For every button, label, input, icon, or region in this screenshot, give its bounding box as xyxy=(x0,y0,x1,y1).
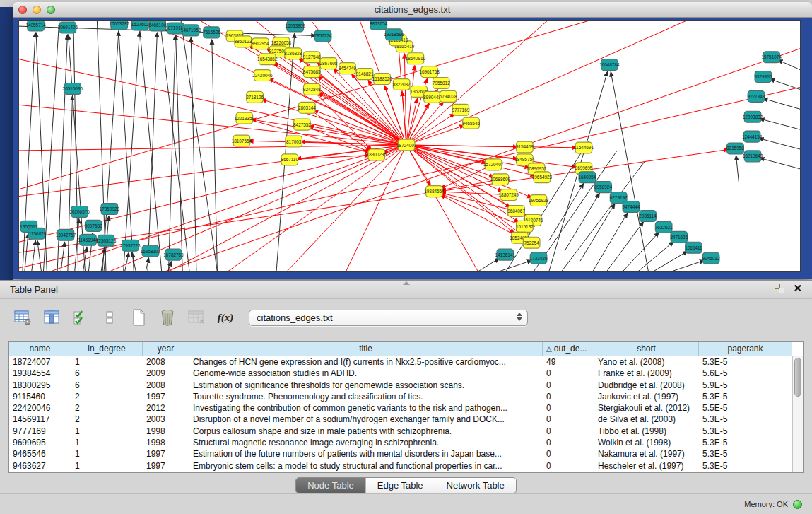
graph-node[interactable]: 1615132 xyxy=(516,221,534,232)
graph-node[interactable]: 8860123 xyxy=(234,36,252,47)
table-row[interactable]: 1872400712008Changes of HCN gene express… xyxy=(9,356,792,368)
table-row[interactable]: 1456911722003Disruption of a novel membe… xyxy=(9,414,792,425)
graph-node[interactable]: 17359928 xyxy=(100,204,120,215)
graph-edge[interactable] xyxy=(32,240,36,271)
graph-edge[interactable] xyxy=(549,183,584,240)
graph-node[interactable]: 14136141 xyxy=(495,249,516,260)
graph-edge[interactable] xyxy=(478,258,499,271)
graph-node[interactable]: 8667110 xyxy=(281,154,299,165)
graph-node[interactable]: 7515526 xyxy=(203,27,220,38)
graph-node[interactable]: 15188520 xyxy=(372,74,392,85)
graph-edge[interactable] xyxy=(180,21,217,271)
graph-edge[interactable] xyxy=(97,21,106,271)
column-header-in_degree[interactable]: in_degree xyxy=(71,342,143,356)
graph-node[interactable]: 13942757 xyxy=(56,229,76,240)
graph-node[interactable]: 6466100 xyxy=(148,21,166,31)
table-row[interactable]: 946362711997Embryonic stem cells: a mode… xyxy=(9,460,792,472)
graph-node[interactable]: 9154469 xyxy=(516,141,534,153)
graph-edge[interactable] xyxy=(770,79,800,90)
graph-edge[interactable] xyxy=(593,213,628,271)
graph-node[interactable]: 9227343 xyxy=(748,90,765,102)
graph-edge[interactable] xyxy=(406,145,514,233)
window-titlebar[interactable]: citations_edges.txt xyxy=(13,2,812,18)
function-builder-icon[interactable]: f(x) xyxy=(216,308,235,327)
graph-node[interactable]: 10688609 xyxy=(490,174,511,185)
graph-node[interactable]: 16033809 xyxy=(285,21,305,32)
graph-node[interactable]: 1527602 xyxy=(131,21,149,30)
graph-node[interactable]: 9097588 xyxy=(85,220,102,231)
float-panel-icon[interactable] xyxy=(775,284,784,293)
graph-node[interactable]: 16958107 xyxy=(141,245,161,257)
graph-node[interactable]: 8454749 xyxy=(339,63,356,74)
new-table-icon[interactable] xyxy=(129,308,148,327)
network-svg[interactable]: 1872400779638228860123891295418226058912… xyxy=(19,21,800,271)
graph-node[interactable]: 8813054 xyxy=(370,21,387,30)
graph-node[interactable]: 752254 xyxy=(523,237,540,248)
graph-node[interactable]: 17957223 xyxy=(120,240,141,251)
graph-edge[interactable] xyxy=(580,204,615,261)
graph-node[interactable]: 20691406 xyxy=(58,22,78,33)
graph-node[interactable]: 8822037 xyxy=(393,79,411,90)
graph-node[interactable]: 12093832 xyxy=(743,111,763,122)
graph-node[interactable]: 9465546 xyxy=(462,117,480,129)
splitter-handle-icon[interactable] xyxy=(403,281,410,285)
graph-node[interactable]: 7857224 xyxy=(314,30,332,42)
graph-node[interactable]: 16961758 xyxy=(419,66,440,78)
zoom-button[interactable] xyxy=(47,6,55,14)
graph-node[interactable]: 6794028 xyxy=(440,90,457,102)
graph-node[interactable]: 9127548 xyxy=(303,52,321,63)
graph-edge[interactable] xyxy=(759,139,800,149)
graph-edge[interactable] xyxy=(763,98,800,109)
graph-node[interactable]: 9777169 xyxy=(452,104,469,115)
graph-node[interactable]: 18640910 xyxy=(406,53,426,64)
graph-node[interactable]: 9242848 xyxy=(303,83,321,95)
table-scrollbar[interactable] xyxy=(792,356,803,472)
graph-edge[interactable] xyxy=(499,260,532,271)
table-row[interactable]: 946554611997Estimation of the future num… xyxy=(9,448,792,460)
minimize-button[interactable] xyxy=(33,6,41,14)
graph-node[interactable]: 16648784 xyxy=(599,59,620,71)
graph-node[interactable]: 18724007 xyxy=(396,139,417,151)
graph-node[interactable]: 9684067 xyxy=(507,206,525,217)
graph-node[interactable]: 2803144 xyxy=(298,102,316,113)
graph-node[interactable]: 11544691 xyxy=(574,142,594,153)
tab-node-table[interactable]: Node Table xyxy=(296,478,366,493)
graph-node[interactable]: 12213359 xyxy=(235,112,255,124)
graph-node[interactable]: 9245012 xyxy=(702,252,720,264)
graph-node[interactable]: 1733426 xyxy=(530,252,548,264)
graph-node[interactable]: 22420046 xyxy=(252,70,273,81)
tab-edge-table[interactable]: Edge Table xyxy=(366,478,435,493)
graph-node[interactable]: 8427552 xyxy=(293,119,311,130)
show-columns-icon[interactable] xyxy=(42,308,61,327)
graph-edge[interactable] xyxy=(276,33,295,271)
graph-edge[interactable] xyxy=(287,145,406,271)
graph-node[interactable]: 8912954 xyxy=(252,38,269,49)
table-row[interactable]: 1830029562008Estimation of significance … xyxy=(9,380,792,391)
graph-node[interactable]: 8471626 xyxy=(670,231,688,243)
graph-node[interactable]: 8958924 xyxy=(594,182,612,193)
graph-node[interactable]: 817003 xyxy=(286,136,302,147)
graph-node[interactable]: 16543862 xyxy=(257,54,278,65)
graph-edge[interactable] xyxy=(19,145,406,151)
graph-node[interactable]: 2935114 xyxy=(639,210,657,221)
graph-node[interactable]: 2718126 xyxy=(246,91,264,103)
table-row[interactable]: 911546021997Tourette syndrome. Phenomeno… xyxy=(9,391,792,402)
graph-node[interactable]: 14671958 xyxy=(181,25,201,36)
close-button[interactable] xyxy=(18,6,27,14)
graph-edge[interactable] xyxy=(228,145,406,271)
graph-edge[interactable] xyxy=(165,49,800,271)
graph-node[interactable]: 12505123 xyxy=(96,235,117,246)
table-selector-dropdown[interactable]: citations_edges.txt xyxy=(249,310,528,326)
graph-node[interactable]: 8186328 xyxy=(284,48,302,59)
table-row[interactable]: 1938455462009Genome-wide association stu… xyxy=(9,368,792,379)
graph-node[interactable]: 1640954 xyxy=(578,172,596,183)
graph-node[interactable]: 16782753 xyxy=(163,249,184,260)
graph-node[interactable]: 9474444 xyxy=(622,201,640,213)
table-settings-icon[interactable] xyxy=(13,308,33,327)
graph-node[interactable]: 14055714 xyxy=(25,21,46,31)
graph-node[interactable]: 7632621 xyxy=(655,221,673,233)
graph-edge[interactable] xyxy=(139,21,161,271)
graph-edge[interactable] xyxy=(561,161,645,271)
graph-edge[interactable] xyxy=(346,145,406,271)
graph-node[interactable]: 7955812 xyxy=(433,78,450,89)
